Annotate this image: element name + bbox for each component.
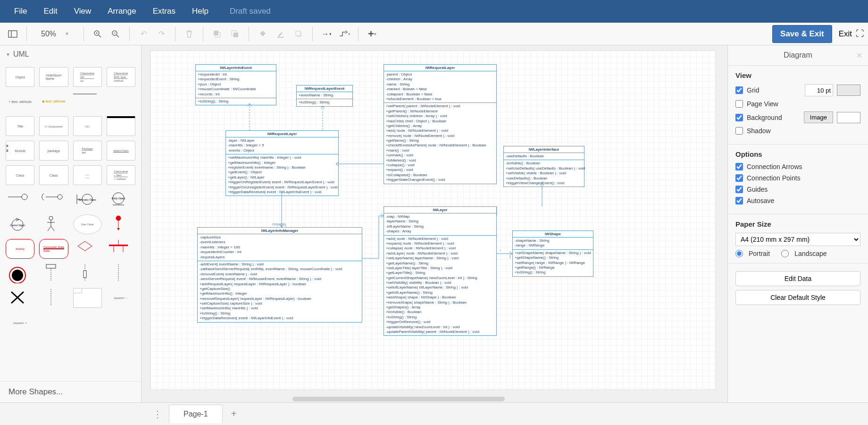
background-checkbox[interactable] bbox=[735, 114, 743, 121]
uml-class-IWRequestLayer-mid[interactable]: IWRequestLayer -layer : IWLayer -maxHits… bbox=[225, 130, 339, 196]
page-tab-1[interactable]: Page-1 bbox=[169, 405, 223, 423]
shape-lifeline[interactable] bbox=[39, 264, 68, 283]
conn-arrows-checkbox[interactable] bbox=[735, 163, 743, 170]
menu-view[interactable]: View bbox=[74, 7, 92, 16]
grid-color-swatch[interactable] bbox=[837, 85, 860, 96]
close-icon[interactable]: ✕ bbox=[856, 51, 862, 60]
portrait-radio[interactable] bbox=[735, 250, 743, 257]
add-page-icon[interactable]: + bbox=[225, 406, 242, 423]
shape-component2[interactable]: ⊡⊡ bbox=[73, 116, 102, 136]
shape-blackbar[interactable] bbox=[107, 116, 135, 136]
shape-component[interactable]: ⊡ Component bbox=[39, 116, 68, 136]
shape-entity[interactable]: Entity Object bbox=[107, 190, 135, 210]
shape-item-attr2[interactable]: ◆ item: attribute bbox=[39, 92, 68, 111]
shape-decision[interactable] bbox=[73, 239, 102, 259]
shape-destroy[interactable] bbox=[6, 288, 34, 308]
shape-class6[interactable]: Class bbox=[39, 165, 68, 185]
uml-class-IWLayerInterface[interactable]: IWLayerInterface -useDefaults : Boolean … bbox=[503, 146, 584, 187]
sidebar-toggle-icon[interactable] bbox=[6, 27, 20, 41]
shape-socket[interactable] bbox=[39, 190, 68, 210]
uml-class-IWRequestLayerEvent[interactable]: IWRequestLayerEvent +eventName : String … bbox=[296, 85, 353, 107]
paper-size-select[interactable]: A4 (210 mm x 297 mm) bbox=[735, 233, 860, 246]
shape-fork[interactable] bbox=[107, 239, 135, 259]
shape-boundary[interactable]: Boundary Object bbox=[73, 190, 102, 210]
fullscreen-icon[interactable]: ⛶ bbox=[856, 29, 864, 39]
redo-icon[interactable]: ↷ bbox=[154, 27, 168, 41]
shape-title[interactable]: Title bbox=[6, 116, 34, 136]
guides-checkbox[interactable] bbox=[735, 186, 743, 193]
shape-module[interactable]: Module bbox=[6, 141, 34, 161]
shape-frame[interactable] bbox=[73, 288, 102, 308]
line-color-icon[interactable] bbox=[274, 27, 288, 41]
uml-class-IWRequestLayer-top[interactable]: IWRequestLayer -parent : Object -childre… bbox=[384, 64, 497, 184]
menu-arrange[interactable]: Arrange bbox=[108, 7, 136, 16]
shape-actor[interactable] bbox=[39, 214, 68, 234]
shape-empty[interactable] bbox=[107, 92, 135, 111]
pages-menu-icon[interactable]: ⋮ bbox=[149, 406, 166, 423]
shape-class7[interactable]: ⎯⎯⎯⎯ bbox=[73, 165, 102, 185]
shape-dispatch[interactable]: dispatch → bbox=[107, 288, 135, 308]
shape-initial[interactable] bbox=[107, 214, 135, 234]
shape-final[interactable] bbox=[6, 264, 34, 283]
shape-package[interactable]: package bbox=[39, 141, 68, 161]
more-shapes-button[interactable]: More Shapes... bbox=[0, 381, 141, 402]
uml-class-IWShape[interactable]: IWShape -shapeName : String -range : IWR… bbox=[512, 230, 593, 277]
conn-points-checkbox[interactable] bbox=[735, 174, 743, 182]
waypoint-icon[interactable]: ▾ bbox=[337, 27, 351, 41]
canvas[interactable]: IWLayerInfoEvent +requestedid : int +req… bbox=[150, 50, 716, 390]
grid-checkbox[interactable] bbox=[735, 86, 743, 94]
shape-interface[interactable]: «interface»Name bbox=[39, 67, 68, 87]
shadow-icon[interactable] bbox=[292, 27, 306, 41]
undo-icon[interactable]: ↶ bbox=[136, 27, 150, 41]
menu-edit[interactable]: Edit bbox=[43, 7, 57, 16]
menu-help[interactable]: Help bbox=[192, 7, 209, 16]
to-front-icon[interactable] bbox=[210, 27, 224, 41]
canvas-area[interactable]: IWLayerInfoEvent +requestedid : int +req… bbox=[142, 45, 727, 402]
menu-extras[interactable]: Extras bbox=[153, 7, 175, 16]
connection-icon[interactable]: →▾ bbox=[319, 27, 334, 41]
svg-rect-37 bbox=[109, 245, 128, 246]
zoom-in-icon[interactable] bbox=[91, 27, 105, 41]
shape-class3[interactable]: Classnameattrop bbox=[73, 67, 102, 87]
shape-dispatch2[interactable]: dispatch ⇢ bbox=[6, 313, 34, 332]
shape-item-attr[interactable]: + item: attribute bbox=[6, 92, 34, 111]
to-back-icon[interactable] bbox=[228, 27, 242, 41]
horizontal-scrollbar[interactable] bbox=[292, 397, 505, 401]
shape-lollipop[interactable] bbox=[6, 190, 34, 210]
shape-object[interactable]: Object bbox=[6, 67, 34, 87]
background-color-swatch[interactable] bbox=[837, 112, 860, 123]
exit-button[interactable]: Exit bbox=[839, 29, 852, 39]
edit-data-button[interactable]: Edit Data bbox=[735, 271, 860, 286]
clear-default-style-button[interactable]: Clear Default Style bbox=[735, 290, 860, 305]
shape-lifeline4[interactable] bbox=[39, 288, 68, 308]
delete-icon[interactable] bbox=[182, 27, 196, 41]
shape-class8[interactable]: Classname+ field+ method bbox=[107, 165, 135, 185]
shape-package2[interactable]: Packageattr bbox=[73, 141, 102, 161]
shadow-checkbox[interactable] bbox=[735, 127, 743, 135]
palette-header-uml[interactable]: ▼UML bbox=[0, 45, 141, 63]
shape-activity2[interactable]: Composite StateState bbox=[39, 239, 68, 259]
shape-divider[interactable] bbox=[73, 92, 102, 111]
shape-lifeline2[interactable] bbox=[73, 264, 102, 283]
shape-control[interactable]: Control Object bbox=[6, 214, 34, 234]
uml-class-IWLayerInfoManager[interactable]: IWLayerInfoManager -captureSize -eventLi… bbox=[197, 227, 362, 323]
shape-usecase[interactable]: Use Case bbox=[73, 214, 102, 234]
background-image-button[interactable]: Image bbox=[804, 111, 833, 123]
pageview-checkbox[interactable] bbox=[735, 100, 743, 108]
grid-size-input[interactable] bbox=[805, 84, 833, 96]
fill-color-icon[interactable] bbox=[256, 27, 270, 41]
autosave-checkbox[interactable] bbox=[735, 197, 743, 204]
zoom-out-icon[interactable] bbox=[108, 27, 123, 41]
shape-object2[interactable]: object:Class bbox=[107, 141, 135, 161]
add-icon[interactable]: +▾ bbox=[365, 27, 379, 41]
menu-file[interactable]: File bbox=[14, 7, 27, 16]
zoom-select[interactable]: 50%▼ bbox=[32, 30, 79, 38]
landscape-radio[interactable] bbox=[781, 250, 789, 257]
shape-class5[interactable]: Class bbox=[6, 165, 34, 185]
uml-class-IWLayerInfoEvent[interactable]: IWLayerInfoEvent +requestedid : int +req… bbox=[195, 64, 276, 105]
shape-activity[interactable]: Activity bbox=[6, 239, 34, 259]
shape-lifeline3[interactable] bbox=[107, 264, 135, 283]
save-exit-button[interactable]: Save & Exit bbox=[772, 25, 832, 43]
uml-class-IWLayer[interactable]: IWLayer -map : IWMap -layerName : String… bbox=[384, 206, 497, 336]
shape-class4[interactable]: Classnamefield: typemethod bbox=[107, 67, 135, 87]
